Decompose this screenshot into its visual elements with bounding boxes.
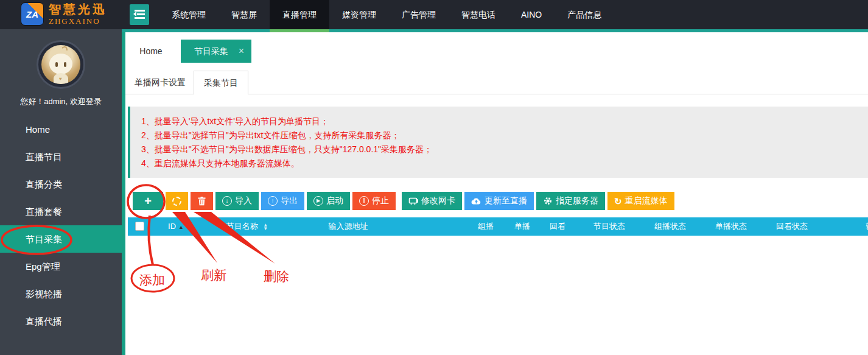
- sidebar-item-epg[interactable]: Epg管理: [0, 253, 122, 280]
- circle-arrow-down-icon: ↓: [222, 196, 232, 206]
- nav-item-smartscreen[interactable]: 智慧屏: [219, 0, 270, 29]
- column-replay[interactable]: 回看: [550, 217, 565, 236]
- column-cutoff[interactable]: 输: [866, 217, 868, 236]
- circle-play-icon: ▶: [313, 196, 323, 206]
- heart-icon: ♥: [59, 76, 62, 82]
- nav-item-media-assets[interactable]: 媒资管理: [329, 0, 389, 29]
- sidebar-item-program-collection[interactable]: 节目采集: [0, 225, 122, 253]
- sidebar-item-home[interactable]: Home: [0, 116, 122, 143]
- sidebar: ♥ 您好！admin, 欢迎登录 Home 直播节目 直播分类 直播套餐 节目采…: [0, 29, 122, 355]
- export-button[interactable]: ↑ 导出: [261, 192, 304, 210]
- notice-box: 1、批量导入'导入txt文件'导入的节目为单播节目； 2、批量导出"选择节目"为…: [128, 107, 868, 178]
- network-card-icon: [408, 197, 418, 206]
- sidebar-item-video-carousel[interactable]: 影视轮播: [0, 280, 122, 308]
- notice-line: 1、批量导入'导入txt文件'导入的节目为单播节目；: [141, 114, 868, 128]
- column-program-name[interactable]: 节目名称 ▲▼: [226, 217, 268, 236]
- cloud-icon: [471, 197, 481, 205]
- column-multicast-status[interactable]: 组播状态: [654, 217, 686, 236]
- column-input-source[interactable]: 输入源地址: [329, 217, 368, 236]
- column-replay-status[interactable]: 回看状态: [776, 217, 808, 236]
- sort-both-icon[interactable]: ▲▼: [263, 223, 268, 231]
- nav-item-live-management[interactable]: 直播管理: [270, 0, 329, 29]
- top-nav-menu: 系统管理 智慧屏 直播管理 媒资管理 广告管理 智慧电话 AINO 产品信息: [159, 0, 614, 29]
- modify-nic-button[interactable]: 修改网卡: [402, 192, 462, 210]
- refresh-button[interactable]: [166, 192, 188, 210]
- sidebar-item-live-packages[interactable]: 直播套餐: [0, 198, 122, 225]
- button-label: 指定服务器: [556, 195, 598, 206]
- column-unicast-status[interactable]: 单播状态: [715, 217, 747, 236]
- sidebar-item-live-programs[interactable]: 直播节目: [0, 143, 122, 170]
- assign-server-button[interactable]: 指定服务器: [536, 192, 605, 210]
- logo-icon: ZA: [21, 2, 44, 26]
- column-id[interactable]: ID▲: [168, 217, 184, 236]
- sidebar-item-live-categories[interactable]: 直播分类: [0, 170, 122, 198]
- circle-arrow-up-icon: ↑: [268, 196, 278, 206]
- button-label: 重启流媒体: [625, 195, 668, 206]
- circle-pause-icon: ‖: [359, 196, 369, 206]
- nav-item-ads[interactable]: 广告管理: [389, 0, 449, 29]
- collapse-arrow-icon: [133, 12, 136, 16]
- restart-icon: ↻: [614, 197, 622, 206]
- stop-button[interactable]: ‖ 停止: [352, 192, 396, 210]
- delete-button[interactable]: [191, 192, 213, 210]
- notice-line: 3、批量导出"不选节目"为导出数据库压缩包，只支持"127.0.0.1"采集服务…: [141, 142, 868, 156]
- nav-item-aino[interactable]: AINO: [508, 0, 555, 29]
- column-multicast[interactable]: 组播: [478, 217, 494, 236]
- plus-icon: +: [144, 194, 152, 208]
- brand-name-en: ZHGXAINO: [49, 17, 107, 25]
- button-label: 更新至直播: [485, 195, 527, 206]
- button-label: 启动: [326, 195, 343, 206]
- nav-item-system[interactable]: 系统管理: [159, 0, 219, 29]
- sidebar-item-live-relay[interactable]: 直播代播: [0, 308, 122, 335]
- program-collection-page: ZA 智慧光迅 ZHGXAINO 系统管理 智慧屏 直播管理 媒资管理 广告管理…: [0, 0, 868, 355]
- greeting-text: 您好！admin, 欢迎登录: [0, 96, 122, 107]
- notice-line: 2、批量导出"选择节目"为导出txt文件压缩包，支持所有采集服务器；: [141, 128, 868, 142]
- table-header: ID▲ 节目名称 ▲▼ 输入源地址 组播 单播 回看 节目状态 组播状态 单播状…: [128, 217, 868, 236]
- start-button[interactable]: ▶ 启动: [307, 192, 350, 210]
- spinner-icon: [172, 197, 181, 206]
- toolbar: + ↓ 导入 ↑ 导出 ▶ 启动 ‖: [133, 192, 674, 210]
- tab-program-collection[interactable]: 节目采集 ×: [181, 40, 251, 63]
- gear-icon: [543, 196, 553, 206]
- button-label: 导出: [281, 195, 298, 206]
- subtab-collect-programs[interactable]: 采集节目: [194, 71, 248, 94]
- nav-item-product-info[interactable]: 产品信息: [555, 0, 614, 29]
- import-button[interactable]: ↓ 导入: [215, 192, 259, 210]
- tab-label: 节目采集: [194, 46, 228, 56]
- add-button[interactable]: +: [133, 192, 163, 210]
- tab-home[interactable]: Home: [130, 40, 172, 63]
- select-all-checkbox[interactable]: [135, 222, 144, 231]
- top-nav: ZA 智慧光迅 ZHGXAINO 系统管理 智慧屏 直播管理 媒资管理 广告管理…: [0, 0, 868, 29]
- subtab-unicast-nic-settings[interactable]: 单播网卡设置: [131, 71, 189, 94]
- sort-asc-icon[interactable]: ▲: [178, 224, 184, 230]
- column-unicast[interactable]: 单播: [514, 217, 530, 236]
- sidebar-divider: [122, 29, 125, 355]
- button-label: 停止: [372, 195, 389, 206]
- trash-icon: [197, 196, 206, 206]
- button-label: 修改网卡: [421, 195, 455, 206]
- nav-underline: [122, 29, 868, 32]
- avatar: ♥: [37, 40, 85, 89]
- close-icon[interactable]: ×: [239, 40, 244, 63]
- brand-name-cn: 智慧光迅: [49, 3, 107, 15]
- update-to-live-button[interactable]: 更新至直播: [464, 192, 534, 210]
- restart-stream-button[interactable]: ↻ 重启流媒体: [607, 192, 674, 210]
- main-content: Home 节目采集 × 单播网卡设置 采集节目 1、批量导入'导入txt文件'导…: [125, 32, 868, 355]
- button-label: 导入: [235, 195, 252, 206]
- notice-line: 4、重启流媒体只支持本地服务器流媒体。: [141, 156, 868, 170]
- nav-item-smartphone[interactable]: 智慧电话: [449, 0, 508, 29]
- column-program-status[interactable]: 节目状态: [593, 217, 625, 236]
- sidebar-toggle-button[interactable]: [130, 4, 149, 25]
- nav-active-underline: [270, 29, 329, 32]
- sidebar-menu: Home 直播节目 直播分类 直播套餐 节目采集 Epg管理 影视轮播 直播代播: [0, 116, 122, 335]
- brand-logo: ZA 智慧光迅 ZHGXAINO: [21, 2, 107, 26]
